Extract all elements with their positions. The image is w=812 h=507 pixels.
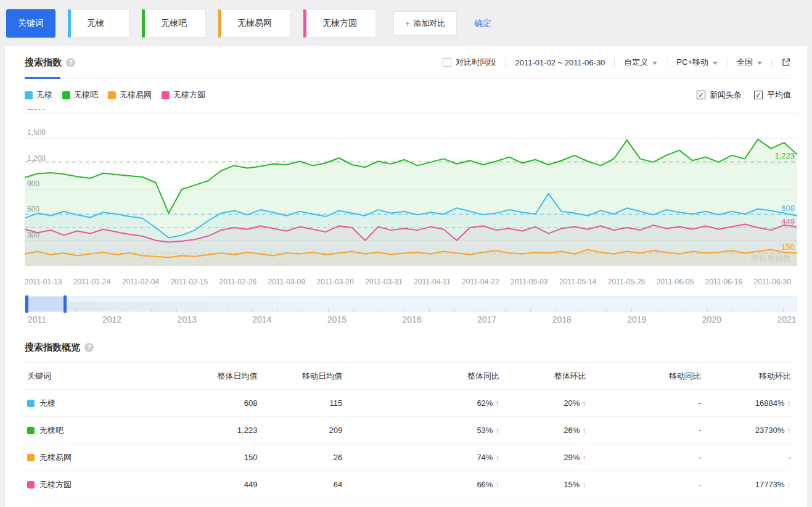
arrow-up-icon: ↑ (787, 480, 792, 489)
timeline-year-2013: 2013 (178, 315, 197, 324)
trend-chart[interactable]: 3006009001,2001,5001,8001,223608449150@百… (25, 109, 791, 286)
overview-title: 搜索指数概览 (25, 342, 80, 353)
arrow-up-icon: ↑ (582, 453, 586, 462)
legend-label: 无棣易网 (120, 89, 152, 101)
legend-swatch (162, 91, 170, 99)
keyword-button[interactable]: 关键词 (6, 9, 55, 38)
line-chart-canvas[interactable]: 3006009001,2001,5001,8001,223608449150@百… (25, 109, 797, 273)
legend-item-4[interactable]: 无棣方圆 (162, 89, 205, 101)
news-headline-checkbox[interactable]: ✓ 新闻头条 (697, 89, 742, 101)
keyword-swatch (27, 454, 35, 461)
timeline-ticks (25, 308, 797, 311)
checkbox-box: ✓ (697, 91, 705, 99)
value-cell: 20%↑ (499, 390, 586, 417)
arrow-up-icon: ↑ (495, 426, 499, 435)
keyword-tab-3[interactable]: 无棣易网 (218, 9, 291, 38)
date-range-picker[interactable]: 2011-01-02 ~ 2011-06-30 (515, 58, 605, 67)
timeline-slider: 2011201220132014201520162017201820192020… (25, 296, 791, 328)
average-value-label: 449 (781, 217, 795, 226)
checkbox-box: ✓ (754, 91, 763, 99)
range-preset-dropdown[interactable]: 自定义 (624, 57, 657, 68)
cell-value: 608 (244, 398, 258, 408)
column-header-1: 关键词 (25, 363, 174, 390)
cell-value: 15% (564, 480, 580, 489)
device-dropdown[interactable]: PC+移动 (676, 57, 718, 68)
keyword-tab-4[interactable]: 无棣方圆 (303, 9, 376, 38)
keyword-swatch (27, 481, 35, 488)
overview-header: 搜索指数概览 ? (25, 342, 791, 353)
y-tick-label: 1,800 (27, 109, 46, 112)
divider (666, 58, 667, 67)
keyword-tab-label: 无棣吧 (161, 18, 187, 29)
device-label: PC+移动 (676, 57, 708, 67)
average-label: 平均值 (767, 89, 791, 101)
arrow-up-icon: ↑ (582, 426, 586, 435)
x-tick-label: 2011-06-05 (657, 278, 694, 286)
average-checkbox[interactable]: ✓ 平均值 (754, 89, 791, 101)
x-tick-label: 2011-01-24 (73, 278, 111, 286)
cell-value: 53% (477, 426, 493, 435)
timeline-track[interactable] (25, 296, 797, 312)
table-row-2[interactable]: 无棣吧1,22320953%↑26%↑-23730%↑ (25, 417, 791, 444)
external-link-icon[interactable] (781, 57, 791, 67)
keyword-tab-2[interactable]: 无棣吧 (142, 9, 206, 38)
help-icon[interactable]: ? (66, 58, 75, 67)
compare-period-checkbox[interactable]: 对比时间段 (443, 57, 496, 68)
range-preset-label: 自定义 (624, 57, 648, 67)
keyword-tab-1[interactable]: 无棣 (68, 9, 129, 38)
x-tick-label: 2011-05-25 (608, 278, 646, 286)
news-headline-label: 新闻头条 (710, 89, 742, 101)
cell-value: 150 (244, 453, 258, 462)
legend-item-3[interactable]: 无棣易网 (108, 89, 152, 101)
x-tick-label: 2011-05-03 (511, 278, 548, 286)
legend-item-2[interactable]: 无棣吧 (62, 89, 98, 101)
column-header-4: 整体同比 (342, 363, 499, 390)
confirm-link[interactable]: 确定 (474, 18, 491, 29)
value-cell: 150 (174, 444, 258, 471)
x-tick-label: 2011-02-26 (219, 278, 257, 286)
overview-table: 关键词整体日均值移动日均值整体同比整体环比移动同比移动环比 无棣60811562… (25, 362, 791, 498)
arrow-up-icon: ↑ (787, 426, 792, 435)
value-cell: 26 (257, 444, 342, 471)
cell-value: - (699, 453, 701, 462)
legend-label: 无棣吧 (74, 89, 98, 101)
value-cell: - (586, 417, 701, 444)
value-cell: 74%↑ (342, 444, 499, 471)
value-cell: 449 (174, 471, 258, 498)
table-row-3[interactable]: 无棣易网1502674%↑29%↑-- (25, 444, 791, 471)
cell-value: 209 (329, 426, 343, 435)
main-panel: 搜索指数 ? 对比时间段 2011-01-02 ~ 2011-06-30 自定义… (5, 46, 807, 507)
timeline-selection[interactable] (27, 297, 65, 311)
divider (727, 58, 728, 67)
legend-item-1[interactable]: 无棣 (25, 89, 52, 101)
column-header-2: 整体日均值 (174, 363, 258, 390)
help-icon[interactable]: ? (84, 343, 94, 352)
add-compare-button[interactable]: + 添加对比 (393, 11, 457, 36)
table-row-4[interactable]: 无棣方圆4496466%↑15%↑-17773%↑ (25, 471, 791, 498)
table-header-row: 关键词整体日均值移动日均值整体同比整体环比移动同比移动环比 (25, 363, 791, 390)
legend-swatch (25, 91, 33, 99)
region-dropdown[interactable]: 全国 (737, 57, 762, 68)
x-tick-label: 2011-03-31 (365, 278, 403, 286)
column-header-6: 移动同比 (586, 363, 701, 390)
keyword-cell: 无棣 (25, 390, 174, 417)
average-value-label: 150 (781, 242, 795, 252)
cell-value: - (699, 480, 701, 489)
value-cell: 66%↑ (342, 471, 499, 498)
x-tick-label: 2011-01-13 (25, 278, 62, 286)
tab-search-index[interactable]: 搜索指数 ? (25, 46, 75, 78)
compare-period-label: 对比时间段 (456, 57, 496, 68)
divider (505, 58, 506, 67)
x-tick-label: 2011-06-16 (705, 278, 743, 286)
timeline-year-2020: 2020 (702, 315, 721, 324)
keyword-cell: 无棣方圆 (25, 471, 174, 498)
y-tick-label: 1,500 (27, 128, 46, 137)
timeline-right-handle[interactable] (64, 295, 67, 313)
checkbox-box (443, 58, 451, 67)
cell-value: - (789, 453, 791, 462)
table-row-1[interactable]: 无棣60811562%↑20%↑-16884%↑ (25, 390, 791, 417)
legend-swatch (62, 91, 70, 99)
chevron-down-icon (713, 62, 718, 65)
column-header-7: 移动环比 (701, 363, 791, 390)
timeline-left-handle[interactable] (25, 295, 28, 313)
